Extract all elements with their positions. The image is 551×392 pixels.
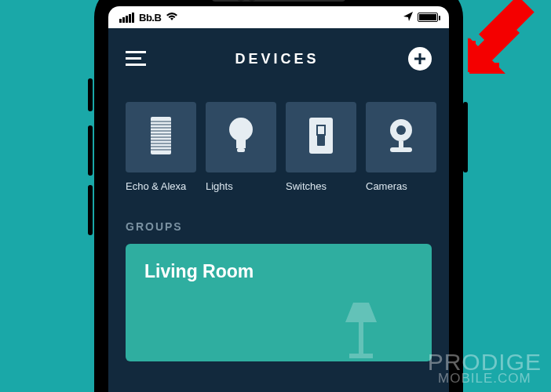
- page-title: DEVICES: [235, 51, 319, 67]
- carrier-label: Bb.B: [139, 12, 161, 24]
- category-switches[interactable]: Switches: [286, 102, 356, 192]
- category-label: Cameras: [366, 180, 436, 192]
- svg-rect-1: [126, 57, 141, 60]
- svg-rect-22: [399, 141, 403, 147]
- bulb-icon: [227, 117, 255, 158]
- lamp-decoration: [338, 299, 385, 361]
- svg-rect-2: [126, 64, 146, 66]
- svg-rect-0: [126, 51, 146, 53]
- svg-rect-19: [317, 125, 325, 135]
- status-bar: Bb.B: [108, 6, 449, 28]
- top-bar: DEVICES: [108, 28, 449, 86]
- svg-rect-23: [390, 147, 412, 152]
- phone-frame: Bb.B DEVICES: [94, 0, 463, 392]
- svg-rect-3: [151, 117, 171, 154]
- svg-rect-25: [349, 354, 373, 358]
- group-name: Living Room: [144, 261, 413, 282]
- category-lights[interactable]: Lights: [206, 102, 276, 192]
- camera-icon: [385, 118, 417, 157]
- svg-point-21: [396, 125, 406, 135]
- category-label: Lights: [206, 180, 276, 192]
- front-sensors: [237, 0, 256, 2]
- device-categories: Echo & Alexa Lights: [108, 86, 449, 198]
- menu-icon[interactable]: [126, 51, 146, 67]
- category-label: Switches: [286, 180, 356, 192]
- group-card-living-room[interactable]: Living Room: [126, 244, 432, 361]
- battery-icon: [418, 13, 438, 22]
- speaker-grille: [212, 0, 345, 2]
- app-screen: DEVICES: [108, 28, 449, 392]
- switch-icon: [309, 118, 333, 157]
- svg-rect-24: [359, 322, 363, 354]
- category-label: Echo & Alexa: [126, 180, 196, 192]
- svg-point-14: [229, 118, 253, 141]
- svg-rect-16: [237, 148, 245, 152]
- annotation-arrow: [468, 0, 551, 83]
- echo-icon: [151, 117, 171, 158]
- svg-rect-15: [236, 139, 246, 148]
- signal-icon: [119, 13, 134, 23]
- wifi-icon: [166, 12, 178, 24]
- location-icon: [403, 12, 413, 24]
- category-cameras[interactable]: Cameras: [366, 102, 436, 192]
- category-echo-alexa[interactable]: Echo & Alexa: [126, 102, 196, 192]
- groups-section-label: GROUPS: [108, 198, 449, 244]
- add-button[interactable]: [408, 47, 432, 71]
